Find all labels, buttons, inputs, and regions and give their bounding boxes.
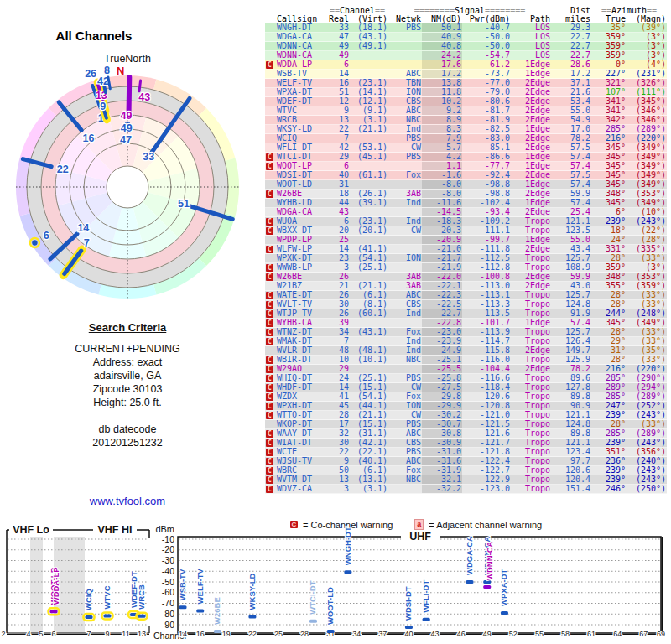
power-dbm-cell: -112.5	[462, 254, 511, 263]
table-row: CWMAK-DT7Ind-23.9-114.7Tropo126.429°(33°…	[265, 337, 667, 346]
channel-tick-label: 43	[431, 630, 440, 638]
warning-cell: C	[265, 273, 276, 282]
nm-db-cell: 40.9	[422, 33, 462, 42]
power-dbm-cell: -111.1	[462, 226, 511, 236]
co-channel-warning-icon: C	[266, 458, 273, 465]
callsign-cell: WMAK-DT	[276, 337, 326, 346]
azimuth-magnetic-cell: (346°)	[627, 106, 667, 116]
virtual-channel-cell: (23.1)	[350, 217, 388, 226]
channel-tick-label: 49	[483, 630, 492, 638]
path-cell: Tropo	[511, 217, 551, 226]
dbm-tick-label: -80	[162, 609, 174, 619]
azimuth-true-cell: 348°	[591, 273, 627, 282]
co-channel-warning-icon: C	[266, 218, 273, 226]
distance-cell: 127.8	[551, 383, 591, 392]
power-dbm-cell: -116.0	[462, 356, 511, 365]
azimuth-true-cell: 28°	[591, 328, 627, 337]
azimuth-magnetic-cell: (240°)	[627, 457, 667, 466]
channel-tick-label: 64	[613, 630, 622, 638]
co-channel-warning-icon: C	[266, 486, 273, 493]
power-dbm-cell: -86.6	[462, 153, 511, 162]
azimuth-true-cell: 28°	[591, 356, 627, 365]
virtual-channel-cell: (25.1)	[350, 263, 388, 273]
power-dbm-cell: -120.8	[462, 402, 511, 411]
warning-cell: C	[265, 319, 276, 328]
warning-cell: C	[265, 448, 276, 457]
nm-db-cell: -22.5	[422, 300, 462, 309]
search-criteria: Search Criteria CURRENT+PENDINGAddress: …	[44, 321, 211, 449]
dbm-axis-label: dBm	[155, 524, 174, 534]
power-dbm-cell: -98.8	[462, 180, 511, 190]
distance-cell: 124.8	[551, 420, 591, 429]
nm-db-cell: -29.9	[422, 402, 462, 411]
table-row: WYHB-LD44(39.1)Ind-11.6-102.41Edge57.434…	[265, 199, 667, 208]
virtual-channel-cell	[350, 337, 388, 346]
azimuth-magnetic-cell: (28°)	[627, 236, 667, 245]
distance-cell: 57.4	[551, 319, 591, 328]
power-dbm-cell: -77.7	[462, 162, 511, 171]
channel-tick-label: 7	[86, 630, 91, 638]
warning-cell: C	[265, 60, 276, 70]
channel-tick-label: 40	[404, 630, 413, 638]
azimuth-true-cell: 244°	[591, 309, 627, 319]
azimuth-magnetic-cell: (359°)	[627, 282, 667, 291]
path-cell: 2Edge	[511, 171, 551, 180]
warning-cell	[265, 79, 276, 88]
azimuth-true-cell: 331°	[591, 245, 627, 254]
nm-db-cell: -22.1	[422, 282, 462, 291]
callsign-cell: WOOT-LD	[276, 180, 326, 190]
band-label: VHF Lo	[13, 524, 49, 536]
distance-cell: 28.6	[551, 60, 591, 70]
path-cell: 1Edge	[511, 60, 551, 70]
azimuth-true-cell: 351°	[591, 448, 627, 457]
network-cell: NBC	[388, 356, 422, 365]
callsign-cell: WSB-TV	[276, 70, 326, 79]
azimuth-magnetic-cell: (33°)	[627, 300, 667, 309]
table-row: CW26BE18(26.1)3AB-8.0-98.82Edge59.9348°(…	[265, 190, 667, 199]
callsign-cell: WJSU-TV	[276, 457, 326, 466]
real-channel-cell: 51	[326, 88, 350, 97]
signal-marker	[501, 611, 508, 615]
azimuth-true-cell: 345°	[591, 162, 627, 171]
path-cell: 1Edge	[511, 180, 551, 190]
channel-tick-label: 28	[300, 630, 309, 638]
network-cell: ABC	[388, 457, 422, 466]
warning-cell: C	[265, 337, 276, 346]
table-row: CWTCI-DT29(45.1)PBS4.2-86.61Edge57.4345°…	[265, 153, 667, 162]
real-channel-cell: 26	[326, 273, 350, 282]
path-cell: Tropo	[511, 466, 551, 475]
signal-marker	[214, 630, 221, 633]
warning-cell: C	[265, 328, 276, 337]
radar-svg: 335122161476431213942826494947TrueNorthN	[7, 47, 250, 302]
warning-cell: C	[265, 356, 276, 365]
power-dbm-cell: -121.8	[462, 448, 511, 457]
distance-cell: 120.6	[551, 466, 591, 475]
vhf-gray-band	[30, 537, 43, 633]
warning-cell: C	[265, 475, 276, 485]
azimuth-magnetic-cell: (349°)	[627, 162, 667, 171]
power-dbm-cell: -54.7	[462, 51, 511, 60]
azimuth-true-cell: 28°	[591, 300, 627, 309]
warning-cell	[265, 23, 276, 33]
azimuth-true-cell: 35°	[591, 23, 627, 33]
network-cell	[388, 51, 422, 60]
azimuth-magnetic-cell: (289°)	[627, 392, 667, 402]
co-channel-warning-icon: C	[266, 338, 273, 345]
virtual-channel-cell: (53.1)	[350, 143, 388, 153]
azimuth-magnetic-cell: (345°)	[627, 97, 667, 106]
real-channel-cell: 18	[326, 190, 350, 199]
nm-db-cell: -25.5	[422, 365, 462, 374]
table-row: WDNN-CA4924.2-54.7LOS22.7359°(3°)	[265, 51, 667, 60]
path-cell: 2Edge	[511, 346, 551, 356]
path-cell: Tropo	[511, 402, 551, 411]
distance-cell: 59.9	[551, 273, 591, 282]
real-channel-cell: 6	[326, 217, 350, 226]
real-channel-cell: 34	[326, 328, 350, 337]
tvfool-link[interactable]: www.tvfool.com	[90, 495, 165, 507]
warning-cell: C	[265, 291, 276, 300]
co-channel-warning-icon: C	[266, 393, 273, 401]
table-row: WVLR-DT48(48.1)Ind-24.9-115.82Edge149.73…	[265, 346, 667, 356]
network-cell	[388, 60, 422, 70]
channel-tick-label: 61	[587, 630, 596, 638]
network-cell: ION	[388, 254, 422, 263]
